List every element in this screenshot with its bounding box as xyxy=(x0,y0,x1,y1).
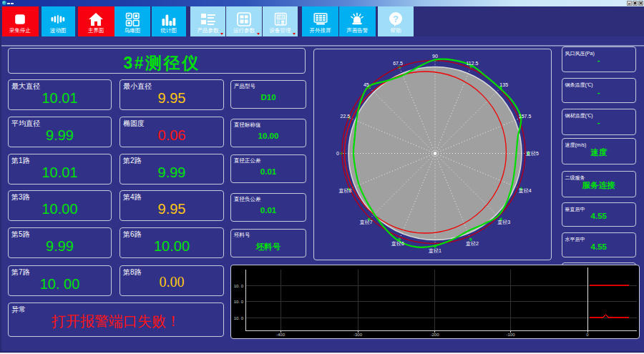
svg-text:45: 45 xyxy=(364,82,369,87)
svg-text:直径4: 直径4 xyxy=(519,188,532,194)
svg-text:?: ? xyxy=(393,14,399,24)
svg-text:0: 0 xyxy=(336,151,339,156)
svg-text:-100: -100 xyxy=(506,333,515,337)
svg-text:112.5: 112.5 xyxy=(467,61,479,66)
svg-text:直径6: 直径6 xyxy=(391,241,404,247)
svg-text:22.5: 22.5 xyxy=(341,114,351,119)
svg-text:直径5: 直径5 xyxy=(526,151,539,157)
svg-text:直径3: 直径3 xyxy=(497,220,510,225)
svg-text:-400: -400 xyxy=(276,333,286,337)
svg-text:直径7: 直径7 xyxy=(360,220,373,225)
svg-text:0: 0 xyxy=(586,333,589,337)
svg-text:67.5: 67.5 xyxy=(393,61,403,66)
svg-text:直径1: 直径1 xyxy=(429,248,441,254)
svg-text:直径8: 直径8 xyxy=(338,188,351,194)
svg-text:-300: -300 xyxy=(353,333,363,337)
svg-text:157.5: 157.5 xyxy=(519,114,532,119)
svg-text:-200: -200 xyxy=(430,333,439,337)
svg-text:10. 0: 10. 0 xyxy=(234,284,244,288)
svg-text:135: 135 xyxy=(499,82,508,87)
svg-text:10. 0: 10. 0 xyxy=(234,300,244,304)
svg-text:90: 90 xyxy=(432,54,438,59)
svg-text:10. 0: 10. 0 xyxy=(234,316,244,320)
svg-text:直径2: 直径2 xyxy=(466,241,479,247)
